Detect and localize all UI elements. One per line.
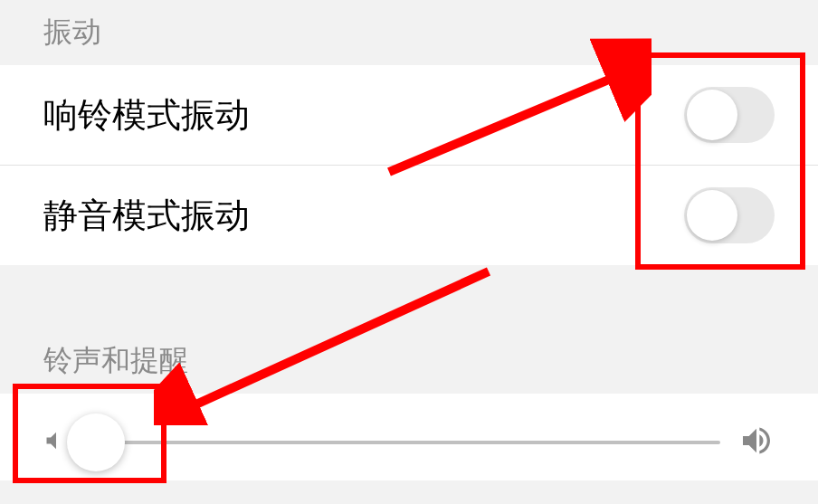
ring-mode-vibrate-switch[interactable] (684, 87, 775, 143)
volume-slider-row (43, 423, 775, 462)
volume-slider-thumb[interactable] (67, 414, 125, 471)
ringtone-section-header: 铃声和提醒 (0, 328, 818, 394)
speaker-max-icon (738, 423, 775, 462)
silent-mode-vibrate-switch[interactable] (684, 187, 775, 243)
ring-mode-vibrate-label: 响铃模式振动 (43, 92, 250, 138)
switch-knob (687, 190, 737, 241)
ring-mode-vibrate-row[interactable]: 响铃模式振动 (0, 65, 818, 166)
vibration-section-header: 振动 (0, 0, 818, 65)
volume-slider[interactable] (87, 441, 720, 444)
volume-slider-section (0, 394, 818, 480)
silent-mode-vibrate-label: 静音模式振动 (43, 193, 250, 239)
vibration-group: 响铃模式振动 静音模式振动 (0, 65, 818, 265)
speaker-min-icon (43, 428, 69, 457)
silent-mode-vibrate-row[interactable]: 静音模式振动 (0, 166, 818, 265)
switch-knob (687, 90, 737, 140)
